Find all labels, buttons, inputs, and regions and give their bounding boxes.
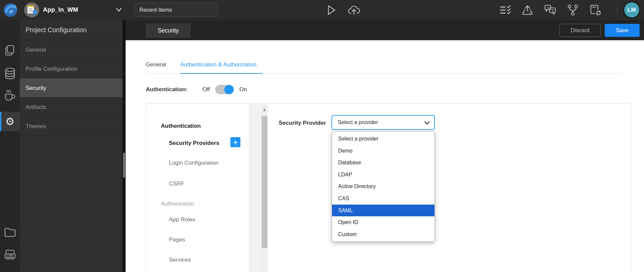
project-avatar[interactable] — [24, 2, 39, 17]
select-chevron-down-icon — [424, 121, 430, 125]
sidebar-item-profile-configuration[interactable]: Profile Configuration — [20, 59, 123, 78]
pages-nav-icon[interactable] — [0, 41, 20, 60]
version-branch-icon[interactable] — [567, 4, 579, 16]
option-demo[interactable]: Demo — [332, 145, 434, 157]
sidebar-item-artifacts[interactable]: Artifacts — [20, 98, 123, 117]
security-provider-label: Security Provider — [279, 120, 326, 126]
tabs-divider — [146, 74, 623, 74]
sidebar-item-security[interactable]: Security — [20, 78, 123, 98]
save-button[interactable]: Save — [605, 24, 640, 37]
export-deploy-icon[interactable] — [521, 4, 534, 16]
subnav-section-authentication: Authentication — [161, 123, 201, 129]
tab-general[interactable]: General — [146, 61, 166, 68]
subnav-item-security-providers[interactable]: Security Providers — [169, 140, 219, 147]
cloud-upload-icon[interactable] — [348, 4, 360, 16]
checklist-icon[interactable] — [500, 4, 512, 16]
panel-scroll-strip — [123, 20, 126, 272]
recent-items-input[interactable]: Recent Items — [134, 3, 218, 17]
plus-icon: + — [233, 138, 238, 147]
tab-authentication-authorization[interactable]: Authentication & Authorization — [180, 61, 257, 68]
page-title: Security — [146, 23, 191, 38]
app-title: App_In_WM — [43, 0, 78, 20]
discard-button[interactable]: Discard — [559, 24, 601, 37]
security-settings-card: Authentication Security Providers + Logi… — [146, 103, 631, 272]
subnav-item-pages[interactable]: Pages — [169, 236, 185, 243]
sidebar-item-general[interactable]: General — [20, 40, 123, 59]
toggle-on-label: On — [239, 86, 247, 93]
translate-icon[interactable]: A 文 — [544, 4, 556, 16]
user-avatar[interactable]: LM — [623, 1, 640, 18]
subnav-item-csrf[interactable]: CSRF — [169, 180, 184, 187]
panel-title: Project Configuration — [20, 20, 123, 40]
left-icon-rail: ⚙ LOG — [0, 20, 20, 272]
sidebar-item-themes[interactable]: Themes — [20, 117, 123, 136]
security-provider-select[interactable]: Select a provider — [331, 115, 435, 130]
svg-text:文: 文 — [551, 8, 554, 12]
subnav-item-login-configuration[interactable]: Login Configuration — [169, 160, 218, 166]
subnav-scrollbar-thumb[interactable] — [262, 116, 267, 248]
folder-nav-icon[interactable] — [0, 222, 20, 242]
switch-knob — [224, 85, 234, 94]
preview-play-icon[interactable] — [325, 4, 337, 16]
project-config-panel: Project Configuration General Profile Co… — [20, 20, 123, 272]
option-custom[interactable]: Custom — [332, 228, 434, 240]
option-select-a-provider[interactable]: Select a provider — [332, 133, 434, 145]
option-open-id[interactable]: Open ID — [332, 216, 434, 228]
option-ldap[interactable]: LDAP — [332, 169, 434, 181]
main-content: General Authentication & Authorization A… — [126, 40, 644, 272]
panel-scrollbar-thumb[interactable] — [123, 153, 125, 178]
authentication-label: Authentication: — [146, 86, 188, 93]
authentication-toggle-row: Authentication: Off On — [146, 85, 247, 95]
toggle-off-label: Off — [202, 86, 210, 93]
select-value: Select a provider — [338, 119, 378, 125]
chevron-down-icon[interactable] — [116, 7, 122, 12]
database-nav-icon[interactable] — [0, 64, 20, 83]
app-root: App_In_WM Recent Items — [0, 0, 644, 272]
project-avatar-database-icon — [33, 10, 37, 15]
top-bar: App_In_WM Recent Items — [0, 0, 644, 20]
topbar-divider — [617, 0, 617, 20]
provider-dropdown-list: Select a provider Demo Database LDAP Act… — [332, 131, 435, 242]
wavemaker-logo-icon[interactable] — [3, 2, 18, 17]
scroll-up-arrow-icon[interactable]: ▲ — [261, 107, 268, 112]
subnav-scroll-gutter: ▲ — [249, 104, 268, 272]
authentication-switch[interactable] — [215, 85, 234, 94]
java-services-nav-icon[interactable] — [0, 86, 20, 105]
settings-nav-icon[interactable]: ⚙ — [0, 112, 20, 131]
option-saml[interactable]: SAML — [332, 205, 434, 217]
option-database[interactable]: Database — [332, 157, 434, 169]
option-cas[interactable]: CAS — [332, 193, 434, 205]
page-header: Security Discard Save — [126, 20, 644, 40]
log-nav-icon[interactable]: LOG — [0, 245, 20, 265]
option-active-directory[interactable]: Active Directory — [332, 180, 434, 193]
subnav-item-app-roles[interactable]: App Roles — [169, 216, 195, 223]
subnav-section-authorization: Authorization — [161, 201, 194, 207]
subnav-item-services[interactable]: Services — [169, 257, 191, 263]
svg-text:A: A — [547, 6, 549, 9]
add-provider-button[interactable]: + — [230, 137, 240, 147]
changelog-sync-icon[interactable] — [589, 4, 601, 16]
